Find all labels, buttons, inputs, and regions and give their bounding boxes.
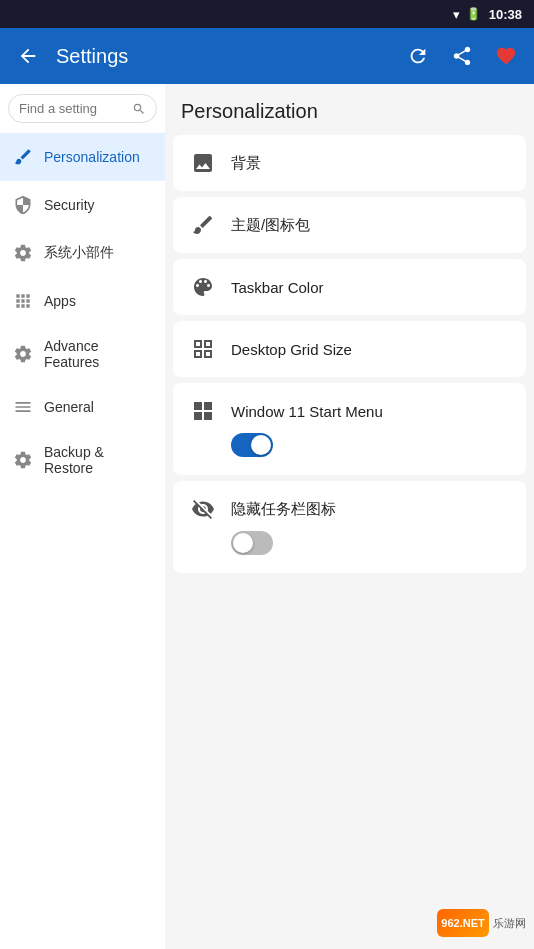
settings-list: 背景 主题/图标包	[165, 135, 534, 579]
sidebar-item-backup-label: Backup & Restore	[44, 444, 153, 476]
win11-menu-toggle[interactable]	[231, 433, 273, 457]
sidebar-item-security[interactable]: Security	[0, 181, 165, 229]
sidebar-item-personalization[interactable]: Personalization	[0, 133, 165, 181]
setting-item-grid[interactable]: Desktop Grid Size	[173, 321, 526, 377]
status-icons: ▾ 🔋	[453, 7, 481, 22]
watermark: 962.NET 乐游网	[437, 909, 526, 937]
wifi-icon: ▾	[453, 7, 460, 22]
image-icon	[189, 149, 217, 177]
sidebar-item-backup[interactable]: Backup & Restore	[0, 431, 165, 489]
general-icon	[12, 396, 34, 418]
setting-item-background[interactable]: 背景	[173, 135, 526, 191]
sidebar-item-security-label: Security	[44, 197, 95, 213]
grid-icon	[189, 335, 217, 363]
brush-icon	[12, 146, 34, 168]
shield-icon	[12, 194, 34, 216]
content-area: Personalization 背景	[165, 84, 534, 949]
favorite-button[interactable]	[486, 36, 526, 76]
win11-menu-label: Window 11 Start Menu	[231, 403, 510, 420]
setting-item-hide-taskbar[interactable]: 隐藏任务栏图标	[173, 481, 526, 573]
apps-icon	[12, 290, 34, 312]
widgets-icon	[12, 242, 34, 264]
content-title: Personalization	[165, 84, 534, 135]
win11-icon	[189, 397, 217, 425]
sidebar-item-personalization-label: Personalization	[44, 149, 140, 165]
search-box	[8, 94, 157, 123]
hide-taskbar-toggle-knob	[233, 533, 253, 553]
palette-icon	[189, 273, 217, 301]
sidebar-item-advance-label: Advance Features	[44, 338, 153, 370]
setting-item-win11-menu[interactable]: Window 11 Start Menu	[173, 383, 526, 475]
hide-icon	[189, 495, 217, 523]
sidebar: Personalization Security 系统小部件	[0, 84, 165, 949]
status-time: 10:38	[489, 7, 522, 22]
hide-taskbar-toggle[interactable]	[231, 531, 273, 555]
battery-icon: 🔋	[466, 7, 481, 21]
refresh-button[interactable]	[398, 36, 438, 76]
share-button[interactable]	[442, 36, 482, 76]
win11-toggle-container	[189, 433, 510, 461]
background-label: 背景	[231, 154, 510, 173]
taskbar-color-label: Taskbar Color	[231, 279, 510, 296]
hide-taskbar-label: 隐藏任务栏图标	[231, 500, 510, 519]
status-bar: ▾ 🔋 10:38	[0, 0, 534, 28]
theme-label: 主题/图标包	[231, 216, 510, 235]
back-button[interactable]	[8, 36, 48, 76]
sidebar-item-widgets-label: 系统小部件	[44, 244, 114, 262]
sidebar-item-general-label: General	[44, 399, 94, 415]
grid-size-label: Desktop Grid Size	[231, 341, 510, 358]
sidebar-item-widgets[interactable]: 系统小部件	[0, 229, 165, 277]
advance-icon	[12, 343, 34, 365]
sidebar-item-apps[interactable]: Apps	[0, 277, 165, 325]
watermark-site: 乐游网	[493, 916, 526, 931]
setting-item-taskbar-color[interactable]: Taskbar Color	[173, 259, 526, 315]
hide-taskbar-toggle-container	[189, 531, 510, 559]
win11-toggle-knob	[251, 435, 271, 455]
sidebar-item-apps-label: Apps	[44, 293, 76, 309]
setting-item-theme[interactable]: 主题/图标包	[173, 197, 526, 253]
theme-icon	[189, 211, 217, 239]
watermark-logo: 962.NET	[437, 909, 489, 937]
backup-icon	[12, 449, 34, 471]
header-title: Settings	[56, 45, 390, 68]
header-actions	[398, 36, 526, 76]
sidebar-item-general[interactable]: General	[0, 383, 165, 431]
search-input[interactable]	[19, 101, 132, 116]
sidebar-item-advance[interactable]: Advance Features	[0, 325, 165, 383]
main-content: Personalization Security 系统小部件	[0, 84, 534, 949]
app-header: Settings	[0, 28, 534, 84]
search-icon	[132, 102, 146, 116]
